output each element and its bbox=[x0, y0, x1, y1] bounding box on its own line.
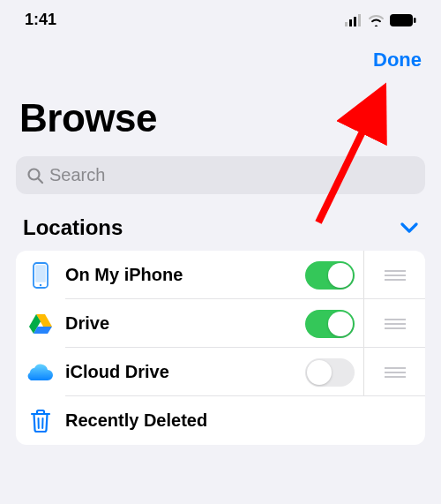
toggle-icloud[interactable] bbox=[305, 358, 355, 387]
google-drive-icon bbox=[28, 313, 53, 335]
list-item-drive: Drive bbox=[16, 299, 425, 348]
svg-rect-4 bbox=[390, 14, 413, 26]
toggle-drive[interactable] bbox=[305, 310, 355, 338]
section-title: Locations bbox=[23, 215, 123, 240]
status-bar: 1:41 bbox=[0, 0, 441, 36]
list-item-label: Recently Deleted bbox=[65, 410, 425, 431]
wifi-icon bbox=[368, 14, 385, 26]
list-item-label: On My iPhone bbox=[65, 265, 305, 285]
section-header[interactable]: Locations bbox=[0, 215, 441, 251]
svg-rect-3 bbox=[358, 14, 361, 26]
svg-rect-9 bbox=[35, 265, 46, 282]
cellular-icon bbox=[345, 14, 363, 26]
search-input[interactable]: Search bbox=[16, 156, 425, 194]
nav-bar: Done bbox=[0, 36, 441, 77]
search-placeholder: Search bbox=[49, 165, 105, 185]
drag-icon bbox=[385, 366, 406, 379]
icloud-icon bbox=[26, 363, 55, 382]
locations-list: On My iPhone Drive bbox=[16, 251, 425, 445]
drag-handle[interactable] bbox=[363, 299, 425, 348]
list-item-label: Drive bbox=[65, 313, 305, 334]
svg-rect-1 bbox=[349, 19, 352, 26]
svg-rect-5 bbox=[414, 18, 416, 23]
search-icon bbox=[26, 167, 44, 184]
chevron-down-icon bbox=[400, 222, 418, 234]
status-icons bbox=[345, 14, 416, 26]
svg-point-10 bbox=[40, 283, 41, 285]
drag-handle[interactable] bbox=[363, 251, 425, 299]
list-item-recently-deleted[interactable]: Recently Deleted bbox=[16, 396, 425, 445]
drag-icon bbox=[385, 318, 406, 330]
battery-icon bbox=[390, 14, 416, 26]
svg-rect-0 bbox=[345, 22, 348, 26]
status-time: 1:41 bbox=[25, 11, 56, 29]
drag-handle[interactable] bbox=[363, 348, 425, 396]
list-item-label: iCloud Drive bbox=[65, 362, 305, 382]
list-item-on-my-iphone: On My iPhone bbox=[16, 251, 425, 299]
list-item-icloud: iCloud Drive bbox=[16, 348, 425, 396]
toggle-on-my-iphone[interactable] bbox=[305, 261, 355, 290]
page-title: Browse bbox=[0, 77, 441, 153]
trash-icon bbox=[30, 409, 51, 433]
iphone-icon bbox=[33, 262, 49, 289]
svg-rect-2 bbox=[354, 17, 356, 26]
done-button[interactable]: Done bbox=[373, 49, 422, 71]
svg-line-7 bbox=[38, 178, 42, 183]
drag-icon bbox=[385, 269, 406, 282]
